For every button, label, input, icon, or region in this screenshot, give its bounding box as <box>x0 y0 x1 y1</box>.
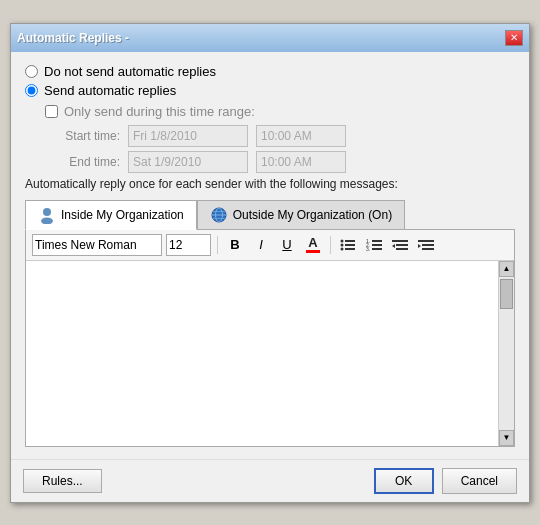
font-color-indicator <box>306 250 320 253</box>
title-bar-controls: ✕ <box>505 30 523 46</box>
automatic-replies-dialog: Automatic Replies - ✕ Do not send automa… <box>10 23 530 503</box>
svg-rect-23 <box>418 240 434 242</box>
bold-button[interactable]: B <box>224 235 246 255</box>
svg-rect-19 <box>392 240 408 242</box>
message-body[interactable]: ▲ ▼ <box>26 261 514 446</box>
unordered-list-icon <box>340 238 356 252</box>
svg-rect-16 <box>372 240 382 242</box>
scrollbar-up-button[interactable]: ▲ <box>499 261 514 277</box>
close-button[interactable]: ✕ <box>505 30 523 46</box>
svg-point-1 <box>41 217 53 224</box>
svg-rect-24 <box>422 244 434 246</box>
svg-point-7 <box>341 239 344 242</box>
send-auto-reply-radio[interactable] <box>25 84 38 97</box>
start-hour-select[interactable]: 10:00 AM <box>256 125 346 147</box>
svg-point-9 <box>341 247 344 250</box>
unordered-list-button[interactable] <box>337 235 359 255</box>
inside-org-tab[interactable]: Inside My Organization <box>25 200 197 230</box>
toolbar-separator-2 <box>330 236 331 254</box>
font-size-select[interactable]: 12 <box>166 234 211 256</box>
ordered-list-icon: 1. 2. 3. <box>366 238 382 252</box>
outside-org-icon <box>210 206 228 224</box>
ok-button[interactable]: OK <box>374 468 434 494</box>
scrollbar-thumb[interactable] <box>500 279 513 309</box>
svg-rect-12 <box>345 248 355 250</box>
svg-point-0 <box>43 208 51 216</box>
svg-rect-25 <box>422 248 434 250</box>
auto-reply-description: Automatically reply once for each sender… <box>25 177 515 191</box>
cancel-button[interactable]: Cancel <box>442 468 517 494</box>
italic-button[interactable]: I <box>250 235 272 255</box>
decrease-indent-icon <box>392 238 408 252</box>
end-time-label: End time: <box>55 155 120 169</box>
svg-marker-22 <box>392 244 395 248</box>
title-bar: Automatic Replies - ✕ <box>11 24 529 52</box>
rules-button[interactable]: Rules... <box>23 469 102 493</box>
ordered-list-button[interactable]: 1. 2. 3. <box>363 235 385 255</box>
svg-point-8 <box>341 243 344 246</box>
inside-org-tab-label: Inside My Organization <box>61 208 184 222</box>
organization-tabs: Inside My Organization Outside My Organi… <box>25 199 515 229</box>
decrease-indent-button[interactable] <box>389 235 411 255</box>
increase-indent-button[interactable] <box>415 235 437 255</box>
svg-text:3.: 3. <box>366 246 370 252</box>
underline-button[interactable]: U <box>276 235 298 255</box>
time-range-label: Only send during this time range: <box>64 104 255 119</box>
svg-rect-11 <box>345 244 355 246</box>
font-color-letter: A <box>308 236 317 249</box>
toolbar-separator-1 <box>217 236 218 254</box>
inside-org-icon <box>38 206 56 224</box>
reply-mode-group: Do not send automatic replies Send autom… <box>25 64 515 98</box>
window-title: Automatic Replies - <box>17 31 129 45</box>
svg-rect-17 <box>372 244 382 246</box>
dialog-footer: Rules... OK Cancel <box>11 459 529 502</box>
dialog-content: Do not send automatic replies Send autom… <box>11 52 529 459</box>
svg-rect-21 <box>396 248 408 250</box>
svg-rect-10 <box>345 240 355 242</box>
send-auto-reply-row: Send automatic replies <box>25 83 515 98</box>
end-date-select[interactable]: Sat 1/9/2010 <box>128 151 248 173</box>
end-hour-select[interactable]: 10:00 AM <box>256 151 346 173</box>
no-auto-reply-label: Do not send automatic replies <box>44 64 216 79</box>
svg-marker-26 <box>418 244 421 248</box>
send-auto-reply-label: Send automatic replies <box>44 83 176 98</box>
increase-indent-icon <box>418 238 434 252</box>
scrollbar-down-button[interactable]: ▼ <box>499 430 514 446</box>
svg-rect-20 <box>396 244 408 246</box>
start-time-label: Start time: <box>55 129 120 143</box>
time-range-checkbox[interactable] <box>45 105 58 118</box>
font-color-button[interactable]: A <box>302 235 324 255</box>
outside-org-tab-label: Outside My Organization (On) <box>233 208 392 222</box>
time-range-row: Only send during this time range: <box>45 104 515 119</box>
end-time-row: End time: Sat 1/9/2010 10:00 AM <box>55 151 515 173</box>
outside-org-tab[interactable]: Outside My Organization (On) <box>197 200 405 230</box>
no-auto-reply-radio[interactable] <box>25 65 38 78</box>
no-auto-reply-row: Do not send automatic replies <box>25 64 515 79</box>
font-name-select[interactable]: Times New Roman <box>32 234 162 256</box>
message-editor: Times New Roman 12 B I U A <box>25 229 515 447</box>
svg-rect-18 <box>372 248 382 250</box>
formatting-toolbar: Times New Roman 12 B I U A <box>26 230 514 261</box>
start-time-row: Start time: Fri 1/8/2010 10:00 AM <box>55 125 515 147</box>
start-date-select[interactable]: Fri 1/8/2010 <box>128 125 248 147</box>
vertical-scrollbar[interactable]: ▲ ▼ <box>498 261 514 446</box>
footer-right-buttons: OK Cancel <box>374 468 517 494</box>
